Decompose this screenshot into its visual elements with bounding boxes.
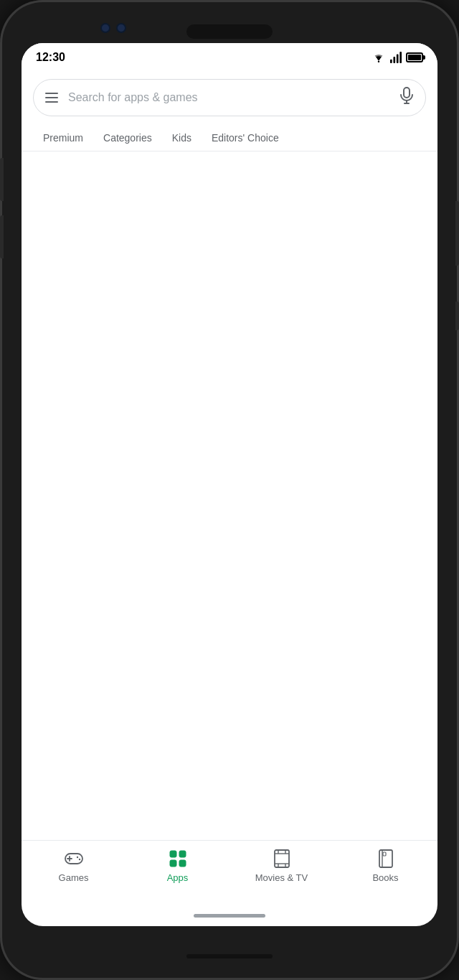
tab-premium[interactable]: Premium bbox=[33, 125, 93, 151]
nav-label-movies: Movies & TV bbox=[255, 872, 308, 883]
nav-item-movies[interactable]: Movies & TV bbox=[230, 848, 333, 883]
volume-up-button[interactable] bbox=[0, 158, 4, 201]
svg-rect-16 bbox=[179, 860, 186, 867]
gamepad-icon bbox=[63, 848, 85, 869]
wifi-icon bbox=[372, 52, 386, 63]
signal-icon bbox=[390, 52, 402, 63]
battery-icon bbox=[406, 52, 423, 62]
search-placeholder: Search for apps & games bbox=[68, 91, 389, 104]
tab-categories[interactable]: Categories bbox=[93, 125, 162, 151]
status-icons bbox=[372, 52, 423, 63]
tabs-row: Premium Categories Kids Editors' Choice bbox=[22, 125, 437, 151]
svg-rect-14 bbox=[179, 851, 186, 857]
speaker bbox=[186, 24, 273, 39]
front-camera bbox=[100, 23, 110, 33]
tab-kids[interactable]: Kids bbox=[162, 125, 202, 151]
power-button[interactable] bbox=[455, 201, 459, 266]
nav-item-books[interactable]: Books bbox=[333, 848, 437, 883]
svg-rect-2 bbox=[393, 57, 395, 63]
status-time: 12:30 bbox=[36, 51, 65, 64]
bottom-speaker bbox=[186, 954, 273, 958]
nav-item-apps[interactable]: Apps bbox=[126, 848, 230, 883]
svg-rect-3 bbox=[397, 55, 399, 63]
svg-rect-13 bbox=[170, 851, 176, 857]
svg-point-0 bbox=[378, 61, 380, 63]
volume-down-button[interactable] bbox=[0, 215, 4, 258]
search-bar[interactable]: Search for apps & games bbox=[33, 79, 426, 116]
main-content bbox=[22, 151, 437, 840]
search-area: Search for apps & games bbox=[22, 72, 437, 116]
phone-top-bar bbox=[0, 0, 459, 43]
svg-rect-1 bbox=[390, 60, 392, 63]
front-camera2 bbox=[116, 23, 126, 33]
bottom-nav: Games Apps bbox=[22, 840, 437, 905]
svg-rect-4 bbox=[399, 52, 402, 63]
svg-rect-5 bbox=[404, 88, 410, 98]
home-bar bbox=[194, 914, 265, 918]
nav-item-games[interactable]: Games bbox=[22, 848, 126, 883]
screen: 12:30 bbox=[22, 43, 437, 926]
apps-icon bbox=[167, 848, 189, 869]
nav-label-books: Books bbox=[372, 872, 398, 883]
tab-editors-choice[interactable]: Editors' Choice bbox=[202, 125, 289, 151]
svg-rect-15 bbox=[170, 860, 176, 867]
svg-point-11 bbox=[76, 857, 77, 858]
book-icon bbox=[375, 848, 397, 869]
phone-frame: 12:30 bbox=[0, 0, 459, 980]
side-button[interactable] bbox=[455, 302, 459, 330]
svg-point-12 bbox=[78, 859, 80, 860]
svg-rect-17 bbox=[275, 850, 289, 867]
film-icon bbox=[271, 848, 293, 869]
status-bar: 12:30 bbox=[22, 43, 437, 72]
home-indicator bbox=[22, 905, 437, 926]
mic-icon[interactable] bbox=[399, 87, 414, 108]
hamburger-icon[interactable] bbox=[45, 93, 58, 103]
nav-label-apps: Apps bbox=[167, 872, 189, 883]
svg-rect-26 bbox=[383, 852, 386, 856]
nav-label-games: Games bbox=[59, 872, 89, 883]
